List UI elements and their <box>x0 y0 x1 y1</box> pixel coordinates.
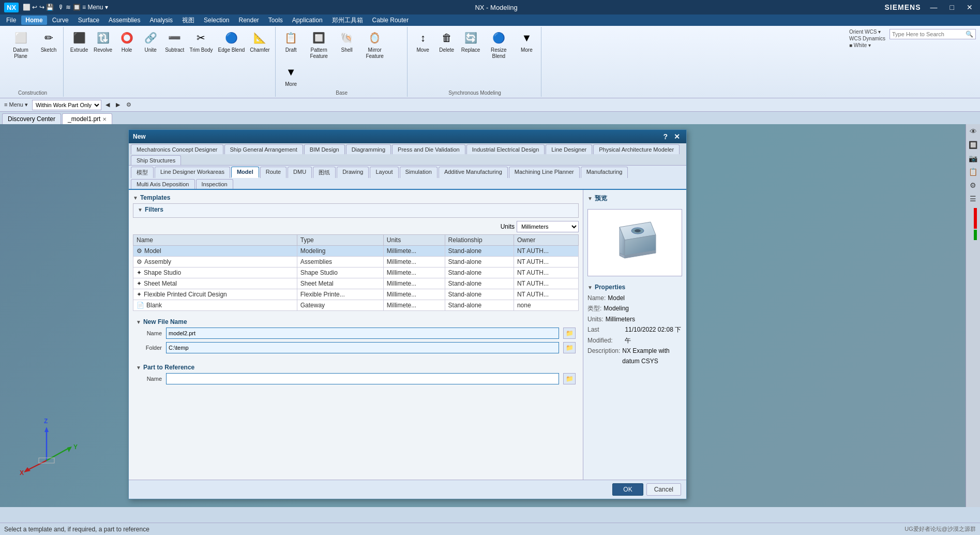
table-row[interactable]: ⚙AssemblyAssembliesMillimete...Stand-alo… <box>133 257 579 268</box>
subtract-button[interactable]: ➖ Subtract <box>163 28 186 55</box>
titlebar-left: NX ⬜ ↩ ↪ 💾 🎙 ≋ 🔲 ≡ Menu ▾ <box>4 3 108 12</box>
datum-plane-label: Datum Plane <box>7 47 34 60</box>
dialog-help-button[interactable]: ? <box>661 132 670 141</box>
datum-plane-button[interactable]: ⬜ Datum Plane <box>5 28 36 61</box>
minimize-button[interactable]: — <box>927 2 941 12</box>
menu-curve[interactable]: Curve <box>48 16 73 25</box>
units-select[interactable]: Millimeters Inches <box>517 221 579 232</box>
units-row: Units Millimeters Inches <box>133 221 579 232</box>
edge-blend-button[interactable]: 🔵 Edge Blend <box>216 28 247 55</box>
tab-mechatronics[interactable]: Mechatronics Concept Designer <box>131 144 223 154</box>
tab-multiaxis[interactable]: Multi Axis Deposition <box>131 179 195 189</box>
search-bar[interactable]: 🔍 <box>889 29 976 39</box>
menu-toggle[interactable]: ≡ Menu ▾ <box>2 101 30 109</box>
name-browse-button[interactable]: 📁 <box>563 328 576 339</box>
tab-inspection[interactable]: Inspection <box>196 179 233 189</box>
table-row[interactable]: 📄BlankGatewayMillimete...Stand-alonenone <box>133 300 579 311</box>
menu-cable[interactable]: Cable Router <box>368 16 413 25</box>
templates-section-header: ▼ Templates <box>133 194 579 201</box>
filters-header: ▼ Filters <box>138 206 574 213</box>
revolve-button[interactable]: 🔃 Revolve <box>92 28 114 55</box>
tab-moxing[interactable]: 模型 <box>131 167 154 178</box>
tab-additive[interactable]: Additive Manufacturing <box>439 167 508 178</box>
work-part-select[interactable]: Within Work Part Only <box>32 100 101 110</box>
menu-assemblies[interactable]: Assemblies <box>104 16 144 25</box>
move-button[interactable]: ↕ Move <box>412 28 434 55</box>
chamfer-button[interactable]: 📐 Chamfer <box>248 28 272 55</box>
menu-surface[interactable]: Surface <box>74 16 103 25</box>
tab-manufacturing[interactable]: Manufacturing <box>581 167 628 178</box>
part-ref-section: ▼ Part to Reference Name 📁 <box>133 362 579 390</box>
tab-industrial-elec[interactable]: Industrial Electrical Design <box>466 144 545 154</box>
tb2-btn1[interactable]: ◀ <box>103 101 112 109</box>
template-type-cell: Sheet Metal <box>297 278 383 289</box>
close-button[interactable]: ✕ <box>963 2 976 12</box>
draft-button[interactable]: 📋 Draft <box>280 28 303 55</box>
name-input[interactable] <box>166 328 559 339</box>
replace-button[interactable]: 🔄 Replace <box>459 28 483 55</box>
pattern-feature-button[interactable]: 🔲 Pattern Feature <box>304 28 335 61</box>
prop-modified-label: Last Modified: <box>587 324 623 346</box>
table-row[interactable]: ✦Flexible Printed Circuit DesignFlexible… <box>133 289 579 300</box>
tab-model[interactable]: Model <box>231 167 259 178</box>
part-ref-name-input[interactable] <box>166 373 559 384</box>
cancel-button[interactable]: Cancel <box>646 483 681 496</box>
more-sync-button[interactable]: ▼ More <box>515 28 538 55</box>
trim-body-button[interactable]: ✂ Trim Body <box>187 28 215 55</box>
menu-tools[interactable]: Tools <box>264 16 287 25</box>
part-ref-browse-button[interactable]: 📁 <box>563 373 576 384</box>
tab-discovery-center[interactable]: Discovery Center <box>2 113 61 124</box>
table-row[interactable]: ⚙ModelModelingMillimete...Stand-aloneNT … <box>133 246 579 257</box>
trim-body-icon: ✂ <box>193 29 209 46</box>
tab-press-die[interactable]: Press and Die Validation <box>392 144 465 154</box>
delete-label: Delete <box>439 47 454 53</box>
sketch-button[interactable]: ✏ Sketch <box>37 28 60 55</box>
delete-button[interactable]: 🗑 Delete <box>435 28 458 55</box>
menu-view[interactable]: 视图 <box>178 15 199 26</box>
tb2-btn2[interactable]: ▶ <box>114 101 122 109</box>
extrude-button[interactable]: ⬛ Extrude <box>68 28 91 55</box>
tab-tuzhi[interactable]: 图纸 <box>313 167 336 178</box>
menu-analysis[interactable]: Analysis <box>145 16 177 25</box>
tab-simulation[interactable]: Simulation <box>400 167 438 178</box>
tb2-btn3[interactable]: ⚙ <box>124 101 133 109</box>
menu-home[interactable]: Home <box>21 16 47 25</box>
menu-application[interactable]: Application <box>288 16 327 25</box>
tab-ship-structures[interactable]: Ship Structures <box>131 155 181 165</box>
tab-drawing[interactable]: Drawing <box>337 167 369 178</box>
template-rel-cell: Stand-alone <box>445 268 514 278</box>
more-base-button[interactable]: ▼ More <box>280 62 303 89</box>
hole-button[interactable]: ⭕ Hole <box>115 28 138 55</box>
menu-selection[interactable]: Selection <box>200 16 233 25</box>
maximize-button[interactable]: □ <box>947 2 957 12</box>
tab-bim[interactable]: BIM Design <box>304 144 345 154</box>
menu-render[interactable]: Render <box>234 16 263 25</box>
tab-close-icon[interactable]: ✕ <box>102 116 107 122</box>
search-icon[interactable]: 🔍 <box>966 31 973 38</box>
folder-browse-button[interactable]: 📁 <box>563 342 576 353</box>
dialog-close-button[interactable]: ✕ <box>672 132 682 141</box>
tab-physical-arch[interactable]: Physical Architecture Modeler <box>593 144 680 154</box>
table-row[interactable]: ✦Shape StudioShape StudioMillimete...Sta… <box>133 268 579 278</box>
tab-model1[interactable]: _model1.prt ✕ <box>62 113 112 124</box>
tab-layout[interactable]: Layout <box>370 167 398 178</box>
tab-route[interactable]: Route <box>260 167 287 178</box>
menu-file[interactable]: File <box>2 16 20 25</box>
tab-diagramming[interactable]: Diagramming <box>346 144 391 154</box>
properties-arrow-icon: ▼ <box>587 285 593 290</box>
tab-ship-general[interactable]: Ship General Arrangement <box>224 144 303 154</box>
shell-button[interactable]: 🐚 Shell <box>336 28 358 55</box>
folder-input[interactable] <box>166 342 559 353</box>
menu-zhengzhou[interactable]: 郑州工具箱 <box>328 15 367 26</box>
resize-blend-button[interactable]: 🔵 Resize Blend <box>483 28 514 61</box>
mirror-feature-button[interactable]: 🪞 Mirror Feature <box>359 28 390 61</box>
base-group-label: Base <box>336 89 348 96</box>
tab-machining[interactable]: Machining Line Planner <box>509 167 580 178</box>
table-row[interactable]: ✦Sheet MetalSheet MetalMillimete...Stand… <box>133 278 579 289</box>
tab-line-workareas[interactable]: Line Designer Workareas <box>155 167 230 178</box>
unite-button[interactable]: 🔗 Unite <box>139 28 162 55</box>
tab-line-designer[interactable]: Line Designer <box>546 144 592 154</box>
search-input[interactable] <box>892 31 964 37</box>
ok-button[interactable]: OK <box>612 483 643 496</box>
tab-dmu[interactable]: DMU <box>288 167 312 178</box>
